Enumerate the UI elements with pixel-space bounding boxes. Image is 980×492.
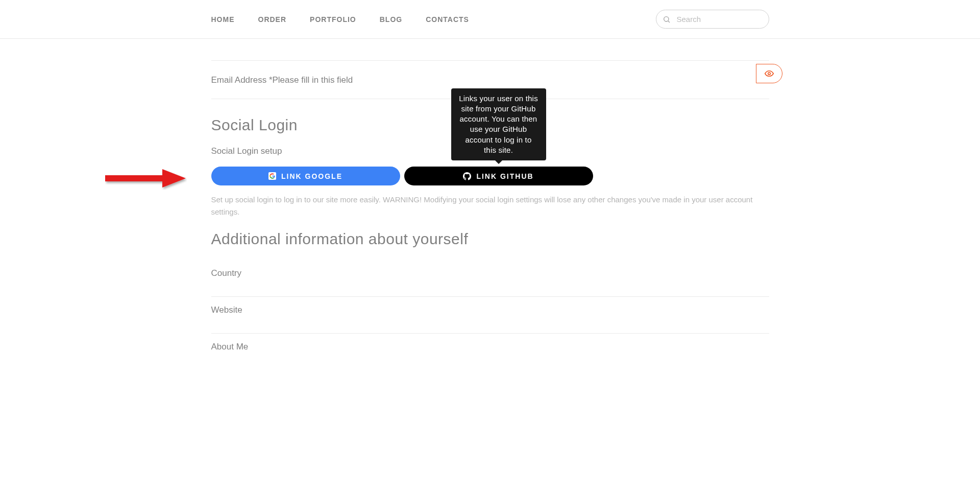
github-tooltip: Links your user on this site from your G… xyxy=(451,88,546,161)
link-github-button[interactable]: LINK GITHUB xyxy=(404,167,593,185)
visibility-toggle[interactable] xyxy=(756,64,782,83)
github-icon xyxy=(463,172,471,180)
arrow-annotation xyxy=(105,167,187,190)
search-container xyxy=(656,10,769,29)
svg-line-1 xyxy=(668,21,670,22)
search-icon xyxy=(663,15,671,24)
search-input[interactable] xyxy=(656,10,769,29)
about-me-label: About Me xyxy=(211,342,769,352)
eye-icon xyxy=(765,69,774,78)
link-google-button[interactable]: LINK GOOGLE xyxy=(211,167,400,185)
svg-point-0 xyxy=(664,16,668,21)
top-navigation-bar: HOME ORDER PORTFOLIO BLOG CONTACTS xyxy=(0,0,980,39)
nav-blog[interactable]: BLOG xyxy=(380,15,402,24)
link-github-label: LINK GITHUB xyxy=(476,172,533,180)
nav-portfolio[interactable]: PORTFOLIO xyxy=(310,15,356,24)
svg-point-2 xyxy=(768,73,770,75)
email-field-row: Email Address * Please fill in this fiel… xyxy=(211,61,769,85)
website-field[interactable]: Website xyxy=(211,297,769,334)
google-icon xyxy=(268,172,276,180)
nav-contacts[interactable]: CONTACTS xyxy=(426,15,469,24)
main-nav: HOME ORDER PORTFOLIO BLOG CONTACTS xyxy=(211,15,469,24)
email-error: Please fill in this field xyxy=(273,75,353,85)
website-label: Website xyxy=(211,305,769,315)
social-login-buttons: LINK GOOGLE Links your user on this site… xyxy=(211,167,769,185)
link-google-label: LINK GOOGLE xyxy=(281,172,342,180)
svg-marker-3 xyxy=(105,169,186,188)
additional-info-title: Additional information about yourself xyxy=(211,230,769,248)
email-label: Email Address * xyxy=(211,75,273,85)
nav-order[interactable]: ORDER xyxy=(258,15,287,24)
about-me-field[interactable]: About Me xyxy=(211,334,769,370)
country-label: Country xyxy=(211,268,769,278)
nav-home[interactable]: HOME xyxy=(211,15,235,24)
country-field[interactable]: Country xyxy=(211,260,769,297)
social-login-help: Set up social login to log in to our sit… xyxy=(211,194,769,218)
